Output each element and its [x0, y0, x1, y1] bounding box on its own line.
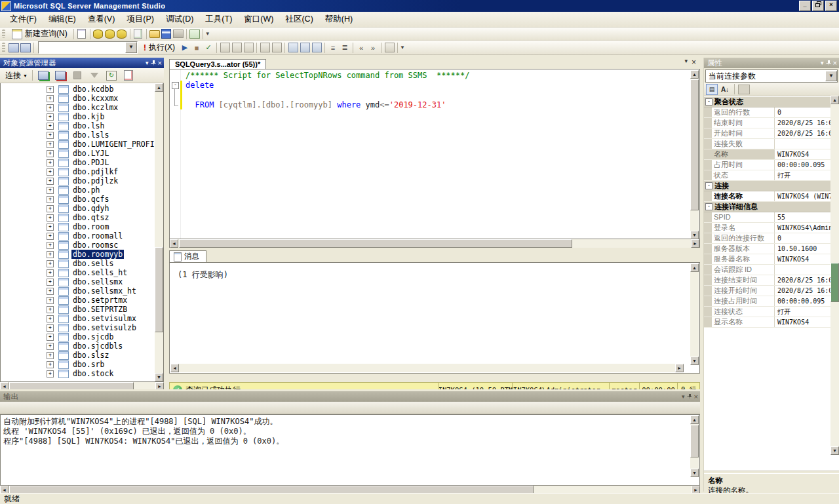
scroll-up-icon[interactable]: ▲: [830, 96, 839, 104]
expand-icon[interactable]: +: [47, 205, 54, 212]
tree-item-dbo.sellsmx[interactable]: +dbo.sellsmx: [1, 277, 156, 286]
expand-icon[interactable]: +: [47, 334, 54, 341]
tree-item-dbo.lsls[interactable]: +dbo.lsls: [1, 130, 156, 140]
disconnect-server-icon[interactable]: [55, 70, 66, 81]
tree-item-dbo.setvisulzb[interactable]: +dbo.setvisulzb: [1, 323, 156, 332]
expand-icon[interactable]: +: [47, 141, 54, 148]
property-row[interactable]: 服务器名称WIN7KOS4: [704, 254, 839, 265]
scroll-up-icon[interactable]: ▲: [690, 70, 699, 79]
window-position-icon[interactable]: ▾: [821, 60, 824, 66]
pin-icon[interactable]: [687, 394, 692, 400]
expand-icon[interactable]: +: [47, 242, 54, 249]
messages-tab[interactable]: 消息: [169, 250, 206, 262]
output-vertical-scrollbar[interactable]: ▲ ▼: [690, 416, 699, 477]
expand-icon[interactable]: +: [47, 187, 54, 194]
property-row[interactable]: 开始时间2020/8/25 16:01:04: [704, 128, 839, 139]
expand-icon[interactable]: +: [47, 269, 54, 277]
tree-item-dbo.LYJL[interactable]: +dbo.LYJL: [1, 149, 156, 158]
tree-item-dbo.roomyyb[interactable]: +dbo.roomyyb: [1, 250, 156, 259]
uncomment-selection-icon[interactable]: ≣: [340, 43, 350, 53]
toolbar-overflow-icon[interactable]: ▼: [205, 31, 210, 37]
tree-item-dbo.sells_ht[interactable]: +dbo.sells_ht: [1, 268, 156, 277]
scroll-left-icon[interactable]: ◄: [170, 364, 179, 372]
intellisense-enabled-icon[interactable]: [384, 43, 395, 53]
results-to-text-icon[interactable]: [288, 43, 298, 53]
tree-item-dbo.kcdbb[interactable]: +dbo.kcdbb: [1, 85, 156, 94]
menu-编辑(E)[interactable]: 编辑(E): [43, 12, 82, 27]
expand-icon[interactable]: +: [47, 223, 54, 231]
tree-item-dbo.ph[interactable]: +dbo.ph: [1, 185, 156, 195]
save-icon[interactable]: [161, 29, 172, 39]
expand-icon[interactable]: +: [47, 214, 54, 222]
output-pane[interactable]: 自动附加到计算机"WIN7KOS4"上的进程"[4988] [SQL] WIN7…: [0, 414, 700, 486]
xmla-query-icon[interactable]: [117, 29, 127, 39]
results-to-file-icon[interactable]: [311, 43, 322, 53]
tree-item-dbo.kcxxmx[interactable]: +dbo.kcxxmx: [1, 94, 156, 103]
menu-项目(P)[interactable]: 项目(P): [121, 12, 160, 27]
tree-item-dbo.LUMIGENT_PROFILER[interactable]: +dbo.LUMIGENT_PROFILER: [1, 140, 156, 149]
expand-icon[interactable]: +: [47, 86, 54, 93]
scroll-up-icon[interactable]: ▲: [690, 416, 699, 424]
menu-工具(T)[interactable]: 工具(T): [199, 12, 238, 27]
scroll-right-icon[interactable]: ►: [675, 364, 684, 372]
comment-selection-icon[interactable]: ≡: [328, 43, 338, 53]
expand-icon[interactable]: +: [47, 361, 54, 368]
expand-icon[interactable]: +: [47, 352, 54, 359]
expand-icon[interactable]: +: [47, 196, 54, 203]
expand-icon[interactable]: +: [47, 315, 54, 322]
collapse-region-icon[interactable]: -: [172, 82, 179, 89]
expand-icon[interactable]: +: [47, 132, 54, 139]
messages-vertical-scrollbar[interactable]: ▲ ▼: [690, 263, 699, 365]
expand-icon[interactable]: +: [47, 168, 54, 176]
collapse-icon[interactable]: -: [705, 98, 712, 106]
property-row[interactable]: 会话跟踪 ID: [704, 265, 839, 275]
filter-icon[interactable]: [89, 70, 100, 81]
menu-文件(F)[interactable]: 文件(F): [4, 12, 43, 27]
window-position-icon[interactable]: ▾: [682, 393, 685, 400]
script-icon[interactable]: [123, 70, 134, 81]
messages-pane[interactable]: (1 行受影响) ▲ ▼ ◄ ►: [169, 262, 700, 374]
open-folder-icon[interactable]: [149, 29, 160, 39]
toolbar-overflow-icon[interactable]: ▼: [400, 45, 405, 50]
expand-icon[interactable]: +: [47, 297, 54, 304]
property-row[interactable]: 连接开始时间2020/8/25 16:01:04: [704, 286, 839, 296]
menu-调试(D)[interactable]: 调试(D): [160, 12, 199, 27]
close-icon[interactable]: ×: [692, 58, 696, 67]
property-row[interactable]: 连接状态打开: [704, 307, 839, 317]
scroll-up-icon[interactable]: ▲: [155, 83, 163, 92]
collapse-icon[interactable]: -: [705, 203, 712, 210]
scroll-down-icon[interactable]: ▼: [690, 231, 699, 239]
new-query-button[interactable]: 新建查询(N): [8, 27, 71, 41]
property-row[interactable]: 返回的行数0: [704, 107, 839, 118]
chevron-down-icon[interactable]: ▼: [825, 71, 837, 81]
tree-item-dbo.setprtmx[interactable]: +dbo.setprtmx: [1, 296, 156, 305]
expand-icon[interactable]: +: [47, 370, 54, 378]
refresh-icon[interactable]: ↻: [106, 70, 117, 81]
editor-vertical-scrollbar[interactable]: ▲ ▼: [690, 70, 699, 239]
tree-item-dbo.sjcdb[interactable]: +dbo.sjcdb: [1, 332, 156, 341]
expand-icon[interactable]: +: [47, 251, 54, 258]
scroll-left-icon[interactable]: ◄: [170, 239, 178, 248]
scroll-down-icon[interactable]: ▼: [830, 446, 839, 455]
chevron-down-icon[interactable]: ▼: [125, 42, 137, 53]
tree-item-dbo.qcfs[interactable]: +dbo.qcfs: [1, 195, 156, 204]
property-row[interactable]: 服务器版本10.50.1600: [704, 244, 839, 254]
expand-icon[interactable]: +: [47, 150, 54, 157]
property-category[interactable]: -连接: [704, 181, 839, 191]
sql-code[interactable]: /****** Script for SelectTopNRows comman…: [185, 71, 690, 110]
property-row[interactable]: 状态打开: [704, 170, 839, 181]
specify-template-values-icon[interactable]: [243, 43, 254, 53]
window-position-icon[interactable]: ▾: [146, 60, 149, 66]
execute-button[interactable]: ! 执行(X): [140, 41, 179, 54]
tree-item-dbo.kczlmx[interactable]: +dbo.kczlmx: [1, 103, 156, 112]
expand-icon[interactable]: +: [47, 324, 54, 332]
new-document-icon[interactable]: [77, 29, 87, 39]
database-selector[interactable]: ▼: [38, 41, 138, 54]
expand-icon[interactable]: +: [47, 260, 54, 267]
toolbar-grip[interactable]: [2, 43, 5, 52]
tree-item-dbo.sellsmx_ht[interactable]: +dbo.sellsmx_ht: [1, 286, 156, 296]
activity-monitor-icon[interactable]: [189, 29, 200, 39]
expand-icon[interactable]: +: [47, 113, 54, 121]
editor-horizontal-scrollbar[interactable]: ◄ ►: [169, 239, 700, 248]
debug-play-icon[interactable]: ▶: [180, 43, 190, 53]
